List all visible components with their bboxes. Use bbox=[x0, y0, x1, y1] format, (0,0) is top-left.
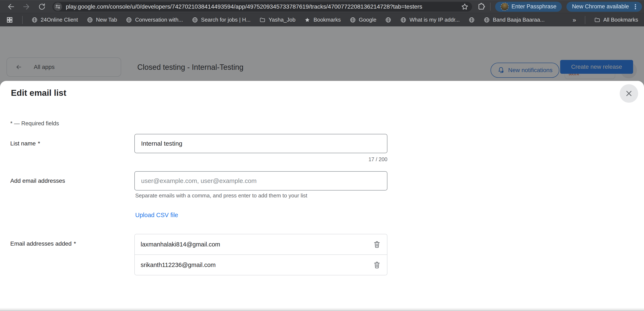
trash-icon bbox=[373, 261, 381, 269]
upload-csv-link[interactable]: Upload CSV file bbox=[135, 212, 178, 218]
delete-email-button[interactable] bbox=[372, 239, 382, 250]
enter-passphrase-label: Enter Passphrase bbox=[512, 3, 556, 10]
list-name-input[interactable] bbox=[134, 134, 388, 153]
bookmark-item[interactable]: 24Online Client bbox=[32, 16, 78, 23]
email-addresses-added-label: Email addresses added* bbox=[10, 240, 76, 247]
browser-toolbar: play.google.com/console/u/0/developers/7… bbox=[0, 0, 644, 13]
nav-buttons bbox=[0, 2, 52, 11]
bookmark-star-icon[interactable] bbox=[461, 3, 469, 11]
bookmark-item[interactable]: New Tab bbox=[87, 16, 117, 23]
refresh-button[interactable] bbox=[37, 2, 46, 11]
close-button[interactable] bbox=[620, 84, 638, 103]
bookmark-label: Google bbox=[359, 16, 376, 23]
list-name-label: List name* bbox=[10, 140, 40, 147]
forward-button[interactable] bbox=[22, 2, 31, 11]
globe-icon bbox=[400, 17, 406, 23]
close-icon bbox=[625, 90, 633, 97]
modal-title: Edit email list bbox=[11, 88, 66, 98]
bookmark-label: Band Baaja Baaraa... bbox=[493, 16, 545, 23]
edit-email-list-modal: Edit email list * — Required fields List… bbox=[0, 81, 644, 311]
trash-icon bbox=[373, 240, 381, 248]
profile-avatar bbox=[500, 3, 508, 11]
email-list-item: srikanth112236@gmail.com bbox=[135, 254, 387, 275]
folder-icon bbox=[259, 17, 266, 23]
required-fields-note: * — Required fields bbox=[10, 120, 59, 127]
bookmarks-divider bbox=[22, 16, 23, 24]
star-icon bbox=[304, 17, 310, 23]
email-input-helper-text: Separate emails with a comma, and press … bbox=[135, 192, 307, 199]
globe-icon bbox=[32, 17, 38, 23]
modal-footer-edge bbox=[0, 308, 644, 311]
globe-icon bbox=[468, 17, 475, 23]
bookmark-label: 24Online Client bbox=[41, 16, 78, 23]
globe-icon bbox=[350, 17, 356, 23]
all-bookmarks-label: All Bookmarks bbox=[603, 16, 638, 23]
apps-grid-icon[interactable] bbox=[6, 16, 14, 24]
enter-passphrase-button[interactable]: Enter Passphrase bbox=[495, 2, 562, 12]
added-emails-list: laxmanhalaki814@gmail.com srikanth112236… bbox=[134, 234, 388, 275]
bookmarks-bar: 24Online Client New Tab Conversation wit… bbox=[0, 13, 644, 26]
globe-icon bbox=[385, 17, 392, 23]
bookmark-item[interactable]: Bookmarks bbox=[304, 16, 341, 23]
bookmark-label: Yasha_Job bbox=[268, 16, 296, 23]
new-chrome-available-button[interactable]: New Chrome available bbox=[566, 2, 642, 12]
bookmark-item[interactable]: Conversation with... bbox=[126, 16, 183, 23]
toolbar-divider bbox=[490, 3, 490, 11]
character-counter: 17 / 200 bbox=[134, 156, 388, 162]
browser-menu-icon[interactable] bbox=[632, 3, 639, 10]
email-list-item: laxmanhalaki814@gmail.com bbox=[135, 234, 387, 254]
bookmark-item[interactable] bbox=[385, 17, 392, 23]
back-button[interactable] bbox=[6, 2, 16, 11]
bookmark-item[interactable]: Google bbox=[350, 16, 376, 23]
bookmark-item[interactable]: Band Baaja Baaraa... bbox=[484, 16, 545, 23]
extensions-icon[interactable] bbox=[477, 2, 486, 11]
all-bookmarks-button[interactable]: All Bookmarks bbox=[594, 16, 638, 23]
required-asterisk: * bbox=[38, 140, 40, 147]
new-chrome-label: New Chrome available bbox=[572, 3, 629, 10]
globe-icon bbox=[192, 17, 198, 23]
bookmark-item[interactable]: What is my IP addr... bbox=[400, 16, 460, 23]
bookmark-label: What is my IP addr... bbox=[410, 16, 460, 23]
toolbar-right-cluster: Enter Passphrase New Chrome available bbox=[472, 2, 644, 12]
delete-email-button[interactable] bbox=[372, 260, 382, 270]
url-text: play.google.com/console/u/0/developers/7… bbox=[66, 3, 461, 10]
required-asterisk: * bbox=[74, 240, 76, 247]
globe-icon bbox=[126, 17, 132, 23]
bookmark-item[interactable]: Yasha_Job bbox=[259, 16, 296, 23]
address-bar[interactable]: play.google.com/console/u/0/developers/7… bbox=[52, 2, 472, 12]
bookmark-item[interactable] bbox=[468, 17, 475, 23]
bookmark-label: New Tab bbox=[96, 16, 117, 23]
add-email-addresses-label: Add email addresses bbox=[10, 178, 65, 184]
site-settings-icon[interactable] bbox=[54, 2, 62, 11]
bookmark-label: Conversation with... bbox=[135, 16, 183, 23]
globe-icon bbox=[87, 17, 93, 23]
bookmark-item[interactable]: Search for jobs | H... bbox=[192, 16, 251, 23]
bookmarks-overflow-chevron[interactable]: » bbox=[572, 16, 576, 24]
bookmark-label: Search for jobs | H... bbox=[201, 16, 251, 23]
email-address: srikanth112236@gmail.com bbox=[141, 262, 372, 268]
bookmark-label: Bookmarks bbox=[314, 16, 341, 23]
add-email-addresses-input[interactable] bbox=[134, 171, 388, 190]
globe-icon bbox=[484, 17, 490, 23]
email-address: laxmanhalaki814@gmail.com bbox=[141, 241, 372, 248]
folder-icon bbox=[594, 17, 600, 23]
bookmarks-divider-right bbox=[585, 16, 585, 24]
